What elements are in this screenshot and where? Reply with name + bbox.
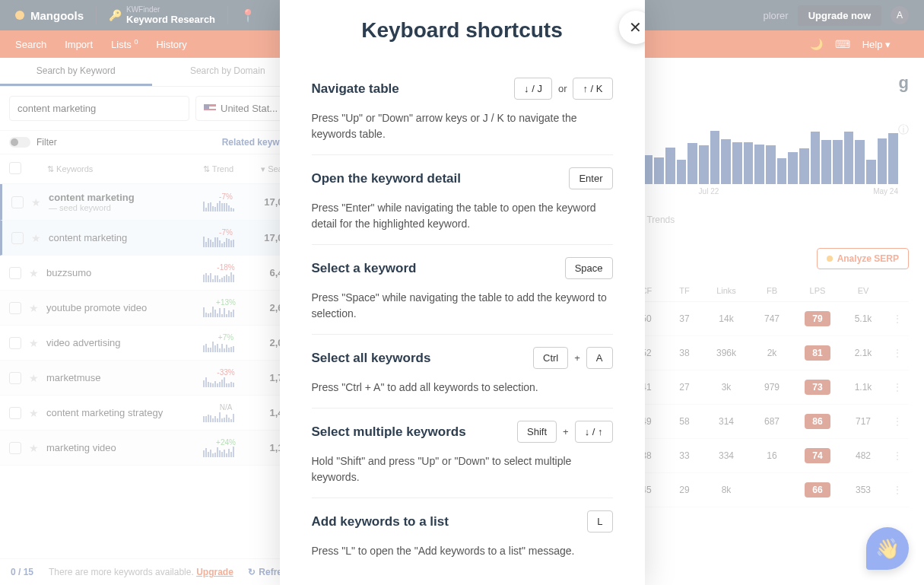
kbd-key: ↓ / J: [514, 78, 552, 100]
shortcut-title: Navigate table: [312, 81, 399, 97]
shortcut-item: Select multiple keywords Shift+↓ / ↑ Hol…: [312, 409, 613, 498]
shortcut-desc: Hold "Shift" and press "Up" or "Down" to…: [312, 453, 613, 485]
shortcut-item: Select a keyword Space Press "Space" whi…: [312, 245, 613, 335]
shortcut-desc: Press "L" to open the "Add keywords to a…: [312, 543, 613, 559]
shortcut-title: Select a keyword: [312, 261, 417, 276]
kbd-key: ↑ / K: [573, 78, 612, 100]
shortcuts-modal: ✕ Keyboard shortcuts Navigate table ↓ / …: [280, 0, 645, 585]
shortcut-title: Add keywords to a list: [312, 514, 449, 529]
modal-title: Keyboard shortcuts: [312, 0, 613, 65]
kbd-key: Enter: [569, 167, 612, 189]
kbd-key: Shift: [517, 421, 557, 443]
shortcut-desc: Press "Up" or "Down" arrow keys or J / K…: [312, 110, 613, 142]
shortcut-item: Open the keyword detail Enter Press "Ent…: [312, 155, 613, 245]
kbd-key: Ctrl: [533, 347, 568, 369]
kbd-key: Space: [565, 257, 613, 279]
shortcut-desc: Press "Space" while navigating the table…: [312, 290, 613, 322]
shortcut-title: Select multiple keywords: [312, 424, 466, 440]
kbd-key: A: [586, 347, 613, 369]
shortcut-title: Open the keyword detail: [312, 171, 462, 186]
shortcut-item: Add keywords to a list L Press "L" to op…: [312, 498, 613, 571]
shortcut-item: Navigate table ↓ / Jor↑ / K Press "Up" o…: [312, 65, 613, 155]
kbd-key: ↓ / ↑: [575, 421, 613, 443]
close-button[interactable]: ✕: [619, 11, 645, 44]
kbd-key: L: [587, 510, 612, 533]
shortcut-desc: Press "Enter" while navigating the table…: [312, 200, 613, 232]
shortcut-title: Select all keywords: [312, 351, 431, 366]
shortcut-item: Select all keywords Ctrl+A Press "Ctrl +…: [312, 335, 613, 409]
shortcut-desc: Press "Ctrl + A" to add all keywords to …: [312, 380, 613, 396]
